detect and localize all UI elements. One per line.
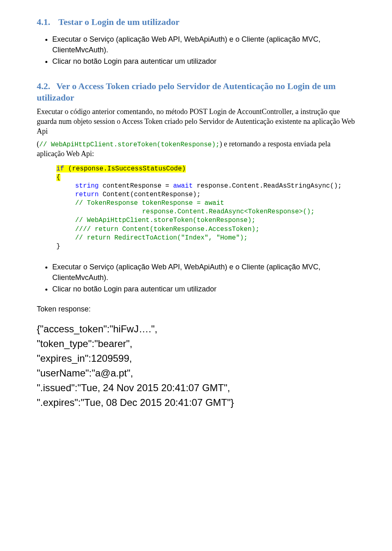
json-line: ".expires":"Tue, 08 Dec 2015 20:41:07 GM… [37, 395, 355, 410]
code-line: return Content(contentResponse); [56, 190, 355, 199]
paragraph-inline-code: (// WebApiHttpClient.storeToken(tokenRes… [37, 139, 355, 159]
token-response-json: {"access_token":"hiFwJ….", "token_type":… [37, 322, 355, 410]
json-line: "userName":"a@a.pt", [37, 366, 355, 381]
code-text: contentResponse = [99, 182, 173, 190]
keyword-return: return [75, 191, 99, 198]
json-line: "expires_in":1209599, [37, 351, 355, 366]
bullet-list-4-2: Executar o Serviço (aplicação Web API, W… [37, 262, 355, 294]
section-heading-4-1: 4.1. Testar o Login de um utilizador [37, 16, 355, 28]
section-title: Testar o Login de um utilizador [58, 17, 179, 27]
keyword-if: if [56, 165, 64, 172]
keyword-await: await [173, 182, 193, 190]
code-text: (response.IsSuccessStatusCode) [64, 165, 186, 172]
section-title: Ver o Access Token criado pelo Servidor … [37, 81, 336, 103]
list-item: Executar o Serviço (aplicação Web API, W… [52, 34, 355, 55]
list-item: Clicar no botão Login para autenticar um… [52, 56, 355, 67]
json-line: ".issued":"Tue, 24 Nov 2015 20:41:07 GMT… [37, 381, 355, 395]
paragraph: Executar o código anterior comentando, n… [37, 107, 355, 136]
token-response-label: Token response: [37, 305, 355, 314]
keyword-string: string [75, 182, 99, 190]
json-line: "token_type":"bearer", [37, 336, 355, 351]
list-item: Executar o Serviço (aplicação Web API, W… [52, 262, 355, 283]
code-text: Content(contentResponse); [99, 191, 201, 198]
code-comment-continuation: response.Content.ReadAsync<TokenResponse… [56, 208, 355, 216]
section-heading-4-2: 4.2.Ver o Access Token criado pelo Servi… [37, 81, 355, 104]
code-comment-line: //// return Content(tokenResponse.Access… [56, 225, 355, 234]
code-block: if (response.IsSuccessStatusCode) { stri… [56, 165, 355, 251]
list-item: Clicar no botão Login para autenticar um… [52, 284, 355, 294]
inline-code-comment: // WebApiHttpClient.storeToken(tokenResp… [39, 141, 220, 148]
paragraph-text: Executar o código anterior comentando, n… [37, 108, 355, 135]
code-line: string contentResponse = await response.… [56, 182, 355, 190]
code-line: } [56, 242, 355, 251]
section-number: 4.1. [37, 16, 56, 28]
code-comment-line: // WebApiHttpClient.storeToken(tokenResp… [56, 216, 355, 225]
json-line: {"access_token":"hiFwJ….", [37, 322, 355, 336]
section-number: 4.2. [37, 81, 56, 92]
code-text: response.Content.ReadAsStringAsync(); [193, 182, 342, 190]
open-brace: { [56, 174, 60, 181]
code-comment-line: // TokenResponse tokenResponse = await [56, 199, 355, 208]
code-comment-line: // return RedirectToAction("Index", "Hom… [56, 234, 355, 242]
code-line: if (response.IsSuccessStatusCode) [56, 165, 355, 173]
bullet-list-4-1: Executar o Serviço (aplicação Web API, W… [37, 34, 355, 67]
code-line: { [56, 173, 355, 182]
